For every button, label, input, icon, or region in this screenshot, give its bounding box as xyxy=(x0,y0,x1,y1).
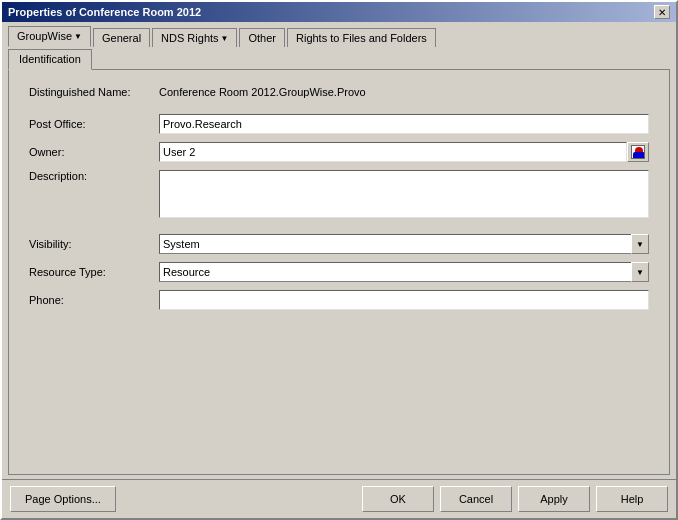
phone-input[interactable] xyxy=(159,290,649,310)
tab-general[interactable]: General xyxy=(93,28,150,47)
visibility-select-wrapper: System All Users GroupWise None ▼ xyxy=(159,234,649,254)
tab-groupwise[interactable]: GroupWise ▼ xyxy=(8,26,91,47)
help-button[interactable]: Help xyxy=(596,486,668,512)
ok-button[interactable]: OK xyxy=(362,486,434,512)
form-panel: Distinguished Name: Conference Room 2012… xyxy=(8,69,670,475)
tab-rights-files-folders-label: Rights to Files and Folders xyxy=(296,32,427,44)
owner-field-group xyxy=(159,142,649,162)
window-title: Properties of Conference Room 2012 xyxy=(8,6,201,18)
resource-type-label: Resource Type: xyxy=(29,266,159,278)
distinguished-name-row: Distinguished Name: Conference Room 2012… xyxy=(29,86,649,98)
bottom-bar-right: OK Cancel Apply Help xyxy=(362,486,668,512)
bottom-bar: Page Options... OK Cancel Apply Help xyxy=(2,479,676,518)
main-tabs: GroupWise ▼ General NDS Rights ▼ Other R… xyxy=(8,26,670,47)
tab-nds-rights[interactable]: NDS Rights ▼ xyxy=(152,28,237,47)
bottom-bar-left: Page Options... xyxy=(10,486,358,512)
owner-row: Owner: xyxy=(29,142,649,162)
phone-label: Phone: xyxy=(29,294,159,306)
distinguished-name-label: Distinguished Name: xyxy=(29,86,159,98)
post-office-row: Post Office: xyxy=(29,114,649,134)
close-button[interactable]: ✕ xyxy=(654,5,670,19)
post-office-input[interactable] xyxy=(159,114,649,134)
cancel-button[interactable]: Cancel xyxy=(440,486,512,512)
distinguished-name-value: Conference Room 2012.GroupWise.Provo xyxy=(159,86,366,98)
visibility-row: Visibility: System All Users GroupWise N… xyxy=(29,234,649,254)
sub-tabs: Identification xyxy=(8,49,670,70)
owner-label: Owner: xyxy=(29,146,159,158)
title-bar: Properties of Conference Room 2012 ✕ xyxy=(2,2,676,22)
description-input[interactable] xyxy=(159,170,649,218)
owner-input[interactable] xyxy=(159,142,627,162)
tab-general-label: General xyxy=(102,32,141,44)
page-options-button[interactable]: Page Options... xyxy=(10,486,116,512)
sub-tab-identification[interactable]: Identification xyxy=(8,49,92,70)
user-browse-icon xyxy=(631,145,645,159)
tab-groupwise-label: GroupWise xyxy=(17,30,72,42)
tab-rights-files-folders[interactable]: Rights to Files and Folders xyxy=(287,28,436,47)
owner-browse-button[interactable] xyxy=(627,142,649,162)
description-row: Description: xyxy=(29,170,649,218)
tab-nds-rights-arrow: ▼ xyxy=(221,34,229,43)
phone-row: Phone: xyxy=(29,290,649,310)
apply-button[interactable]: Apply xyxy=(518,486,590,512)
tab-groupwise-arrow: ▼ xyxy=(74,32,82,41)
tab-other[interactable]: Other xyxy=(239,28,285,47)
resource-type-row: Resource Type: Resource Place ▼ xyxy=(29,262,649,282)
sub-tab-identification-label: Identification xyxy=(19,53,81,65)
content-area: GroupWise ▼ General NDS Rights ▼ Other R… xyxy=(2,22,676,479)
resource-type-select[interactable]: Resource Place xyxy=(159,262,649,282)
visibility-select[interactable]: System All Users GroupWise None xyxy=(159,234,649,254)
visibility-label: Visibility: xyxy=(29,238,159,250)
post-office-label: Post Office: xyxy=(29,118,159,130)
tab-other-label: Other xyxy=(248,32,276,44)
tab-nds-rights-label: NDS Rights xyxy=(161,32,218,44)
resource-type-select-wrapper: Resource Place ▼ xyxy=(159,262,649,282)
description-label: Description: xyxy=(29,170,159,182)
main-window: Properties of Conference Room 2012 ✕ Gro… xyxy=(0,0,678,520)
